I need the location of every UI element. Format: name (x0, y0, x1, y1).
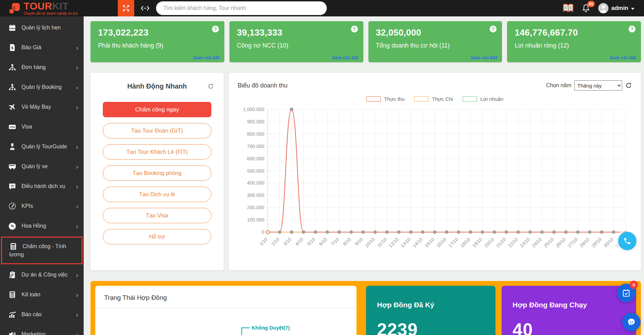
view-detail-link[interactable]: Xem chi tiết (471, 55, 498, 61)
sidebar-item-label: Quản lý TourGuide (22, 144, 67, 149)
svg-text:1.000.000: 1.000.000 (243, 107, 264, 112)
quick-action-button[interactable]: Tạo Tour Đoàn (GIT) (103, 123, 211, 138)
legend-label: Thực Chi (432, 96, 453, 102)
resize-arrows-icon[interactable] (140, 5, 150, 11)
svg-text:4/10: 4/10 (294, 237, 304, 247)
sidebar-item-network[interactable]: Đơn hàng› (0, 57, 84, 77)
help-icon[interactable]: ? (629, 26, 635, 32)
chevron-right-icon: › (76, 271, 78, 279)
stat-card: ?173,022,223Phải thu khách hàng (9)Xem c… (90, 21, 224, 62)
view-detail-link[interactable]: Xem chi tiết (193, 55, 220, 61)
quick-action-button[interactable]: Tạo Visa (103, 208, 211, 223)
chat-fab[interactable] (622, 313, 641, 331)
sidebar-item-label: Chấm công - Tính lương (9, 243, 66, 257)
sidebar-item-quote-document[interactable]: $Báo Giá› (0, 38, 84, 57)
chevron-right-icon: › (76, 202, 78, 210)
sidebar: CSKHQuản lý lịch hẹn$Báo Giá›Đơn hàng›Qu… (0, 16, 84, 335)
stat-label: Công nợ NCC (10) (237, 42, 356, 49)
stat-value: 39,133,333 (237, 27, 356, 38)
quick-action-button[interactable]: Tạo Tour Khách Lẻ (FIT) (103, 144, 211, 160)
sidebar-item-label: Báo cáo (22, 311, 42, 317)
svg-text:$: $ (11, 46, 13, 50)
legend-item[interactable]: Lợi nhuận (463, 96, 503, 102)
svg-text:15/10: 15/10 (424, 237, 436, 249)
sidebar-item-label: Quản lý Booking (22, 84, 61, 90)
handbook-icon[interactable] (563, 3, 574, 13)
quick-action-primary-button[interactable]: Chấm công ngay (103, 102, 211, 117)
svg-text:100.000: 100.000 (247, 217, 264, 223)
month-select[interactable]: Tháng này (574, 80, 622, 91)
legend-swatch (366, 96, 381, 102)
sidebar-item-label: Dự án & Công việc (22, 272, 68, 278)
sidebar-item-service-chat[interactable]: Điều hành dịch vụ› (0, 176, 84, 196)
svg-text:25/10: 25/10 (543, 237, 555, 249)
quick-action-button[interactable]: Hỗ trợ (103, 229, 211, 244)
svg-text:27/10: 27/10 (567, 237, 579, 249)
help-icon[interactable]: ? (351, 26, 358, 32)
sidebar-item-project-clipboard[interactable]: Dự án & Công việc› (0, 265, 84, 285)
svg-text:28/10: 28/10 (579, 237, 591, 249)
svg-text:19/10: 19/10 (471, 237, 483, 249)
logo-tagline: Chuyển đổi số doanh nghiệp du lịch (24, 12, 78, 15)
pie-callout-line (241, 327, 242, 335)
search-input[interactable] (156, 1, 327, 15)
chevron-right-icon: › (76, 183, 78, 190)
contract-status-title: Trạng Thái Hợp Đồng (95, 286, 356, 308)
sidebar-item-network[interactable]: Quản lý Booking› (0, 77, 84, 97)
quick-action-button[interactable]: Tạo Booking phòng (103, 165, 211, 181)
view-detail-link[interactable]: Xem chi tiết (332, 55, 359, 61)
svg-text:3/10: 3/10 (282, 237, 292, 247)
view-detail-link[interactable]: Xem chi tiết (609, 55, 636, 61)
topbar: TOURKIT Chuyển đổi số doanh nghiệp du lị… (0, 0, 644, 16)
sidebar-item-visa-card[interactable]: VISAVisa (0, 117, 84, 137)
chevron-right-icon: › (76, 83, 78, 91)
user-menu[interactable]: admin (598, 3, 634, 13)
sidebar-item-tour-guide[interactable]: Quản lý TourGuide› (0, 137, 84, 157)
sidebar-item-label: Đơn hàng (22, 64, 46, 70)
revenue-chart-panel: Biểu đồ doanh thu Chọn năm Tháng này Thự… (229, 73, 641, 270)
report-chart-icon (8, 310, 16, 319)
megaphone-icon (8, 330, 16, 335)
contract-card-title: Hợp Đồng Đang Chạy (513, 301, 625, 309)
phone-fab[interactable] (618, 232, 636, 250)
refresh-icon[interactable] (208, 83, 214, 90)
sidebar-item-percent-badge[interactable]: %Hoa Hồng› (0, 216, 84, 236)
sidebar-item-label: Kế toán (22, 292, 40, 297)
main-content: ?173,022,223Phải thu khách hàng (9)Xem c… (84, 16, 644, 335)
stat-card: ?32,050,000Tổng doanh thu cơ hội (11)Xem… (368, 21, 502, 62)
svg-text:300.000: 300.000 (247, 192, 264, 198)
logo[interactable]: TOURKIT Chuyển đổi số doanh nghiệp du lị… (0, 1, 84, 15)
tour-guide-icon (8, 143, 16, 151)
avatar (598, 3, 608, 13)
sidebar-item-plane[interactable]: Vé Máy Bay› (0, 97, 84, 117)
quick-action-button[interactable]: Tạo Dịch vụ lẻ (103, 187, 211, 202)
legend-item[interactable]: Thực thu (366, 96, 405, 102)
notifications-bell[interactable]: 65 (582, 4, 590, 13)
svg-text:2/10: 2/10 (270, 237, 280, 247)
help-icon[interactable]: ? (212, 26, 219, 32)
sidebar-item-calculator[interactable]: Kế toán› (0, 285, 84, 305)
quick-actions-panel: Hành Động Nhanh Chấm công ngayTạo Tour Đ… (90, 73, 224, 270)
sidebar-item-label: Visa (22, 124, 32, 130)
sidebar-item-label: KPIs (22, 203, 33, 209)
pie-slice-label: Không Duyệt(7) (252, 325, 290, 331)
legend-item[interactable]: Thực Chi (414, 96, 453, 102)
sidebar-item-calculator[interactable]: Chấm công - Tính lương (1, 237, 83, 264)
help-icon[interactable]: ? (490, 26, 496, 32)
stat-card: ?146,776,667.70Lợi nhuận ròng (12)Xem ch… (507, 21, 641, 62)
sidebar-item-bus[interactable]: Quản lý xe› (0, 157, 84, 176)
sidebar-item-report-chart[interactable]: Báo cáo› (0, 305, 84, 324)
chevron-right-icon: › (76, 291, 78, 299)
sidebar-item-gauge[interactable]: KPIsKPIs› (0, 196, 84, 216)
contract-card-title: Hợp Đồng Đã Ký (377, 301, 485, 309)
chevron-right-icon: › (76, 64, 78, 71)
user-name: admin (611, 5, 628, 12)
calendar-fab[interactable]: 0 (617, 284, 635, 302)
svg-text:21/10: 21/10 (495, 237, 507, 249)
sidebar-item-calendar-cskh[interactable]: CSKHQuản lý lịch hẹn (0, 18, 84, 38)
chart-refresh-icon[interactable] (625, 82, 632, 89)
sidebar-item-megaphone[interactable]: Marketing› (0, 324, 84, 335)
network-icon (8, 63, 16, 71)
fullscreen-button[interactable] (118, 0, 134, 16)
svg-text:900.000: 900.000 (247, 119, 264, 124)
